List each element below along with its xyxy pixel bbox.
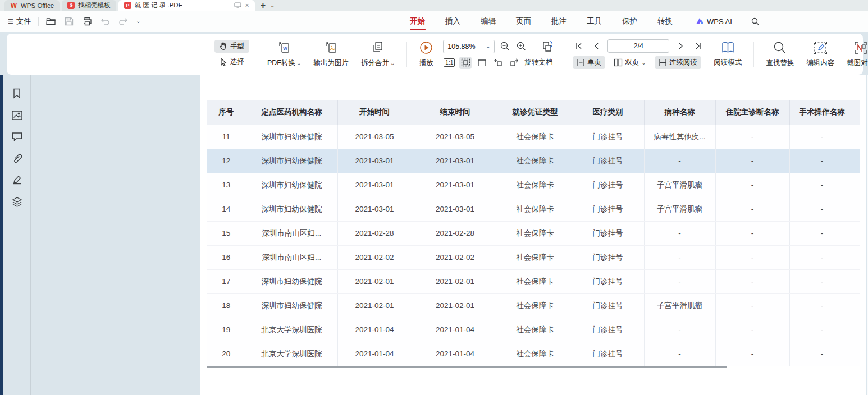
column-header: 就诊凭证类型	[499, 100, 572, 125]
present-monitor-icon[interactable]	[234, 2, 241, 8]
cell: 2021-02-28	[337, 221, 412, 245]
cell: -	[715, 269, 789, 293]
tab-list-chevron-icon[interactable]: ⌄	[270, 3, 275, 8]
cell: 17	[207, 269, 246, 293]
single-page-button[interactable]: 单页	[573, 56, 605, 69]
export-as-image-button[interactable]: 输出为图片	[307, 40, 355, 68]
column-header: 医疗类别	[572, 100, 644, 125]
edit-content-button[interactable]: 编辑内容	[800, 40, 840, 68]
find-replace-button[interactable]: 查找替换	[760, 40, 800, 68]
comments-panel-icon[interactable]	[11, 131, 23, 142]
chevron-down-icon: ⌄	[641, 60, 646, 66]
select-tool-button[interactable]: 选择	[214, 56, 249, 68]
chevron-down-icon: ⌄	[296, 61, 301, 66]
wps-ai-button[interactable]: WPS AI	[695, 17, 732, 26]
cell: 门诊挂号	[572, 293, 644, 318]
cell: -	[789, 197, 855, 221]
first-page-button[interactable]	[573, 40, 585, 52]
menu-tab-insert[interactable]: 插入	[444, 11, 462, 31]
zoom-in-button[interactable]	[515, 40, 527, 53]
play-label: 播放	[419, 58, 433, 68]
table-header-row: 序号定点医药机构名称开始时间结束时间就诊凭证类型医疗类别病种名称住院主诊断名称手…	[207, 100, 860, 125]
menu-tab-tools[interactable]: 工具	[586, 11, 603, 31]
print-icon[interactable]	[82, 16, 93, 27]
medical-records-table: 序号定点医药机构名称开始时间结束时间就诊凭证类型医疗类别病种名称住院主诊断名称手…	[207, 100, 860, 366]
zoom-out-button[interactable]	[499, 40, 511, 53]
double-page-label: 双页	[625, 58, 639, 67]
cell: 社会保障卡	[499, 342, 572, 366]
zoom-level-select[interactable]: 105.88% ⌄	[443, 40, 495, 53]
cell: -	[715, 245, 789, 269]
table-row: 18深圳市妇幼保健院2021-02-012021-02-01社会保障卡门诊挂号子…	[207, 293, 860, 318]
menu-search-icon[interactable]	[750, 16, 761, 27]
cell: 社会保障卡	[499, 245, 572, 269]
cell: 门诊挂号	[572, 269, 644, 293]
cell: -	[789, 293, 855, 318]
cell: 北京大学深圳医院	[246, 318, 337, 342]
continuous-reading-label: 连续阅读	[669, 58, 697, 67]
cell: 2021-03-01	[337, 197, 412, 221]
bookmarks-panel-icon[interactable]	[11, 88, 22, 99]
svg-text:W: W	[283, 46, 287, 51]
rotate-right-button[interactable]	[508, 57, 520, 69]
redo-icon[interactable]	[118, 16, 129, 27]
screenshot-compare-button[interactable]: 截图对比	[840, 40, 868, 68]
cell	[855, 342, 860, 366]
continuous-reading-button[interactable]: 连续阅读	[655, 56, 701, 69]
cell: 社会保障卡	[499, 269, 572, 293]
fit-width-button[interactable]	[459, 57, 472, 69]
chevron-down-icon: ⌄	[390, 61, 395, 66]
pdf-page[interactable]: 序号定点医药机构名称开始时间结束时间就诊凭证类型医疗类别病种名称住院主诊断名称手…	[200, 75, 866, 395]
cell	[855, 269, 860, 293]
hand-tool-button[interactable]: 手型	[214, 40, 249, 53]
attachments-panel-icon[interactable]	[11, 153, 23, 164]
signature-panel-icon[interactable]	[11, 174, 23, 186]
cell: 门诊挂号	[572, 342, 644, 366]
split-merge-button[interactable]: 拆分合并⌄	[355, 40, 401, 68]
menu-tab-protect[interactable]: 保护	[621, 11, 638, 31]
menu-tab-edit[interactable]: 编辑	[479, 11, 497, 31]
tab-docer-templates[interactable]: ϑ 找稻壳模板	[62, 0, 116, 11]
cell: 2021-03-01	[412, 197, 499, 221]
tab-wps-office[interactable]: W WPS Office	[4, 0, 60, 11]
undo-icon[interactable]	[100, 16, 111, 27]
save-icon[interactable]	[64, 16, 75, 27]
layers-panel-icon[interactable]	[11, 196, 23, 208]
cell: 门诊挂号	[572, 221, 644, 245]
quickbar-chevron-icon[interactable]: ⌄	[136, 19, 140, 24]
tab-pdf-document[interactable]: P 就 医 记 录 .PDF ×	[118, 0, 255, 11]
cell: 子宫平滑肌瘤	[644, 173, 715, 197]
column-header: 手术操作名称	[789, 100, 855, 125]
play-slideshow-button[interactable]: 播放	[413, 40, 440, 68]
column-header: 开始时间	[337, 100, 412, 125]
cell: 门诊挂号	[572, 125, 644, 149]
menu-tab-page[interactable]: 页面	[515, 11, 532, 31]
chevron-down-icon: ⌄	[486, 44, 490, 49]
previous-page-button[interactable]	[590, 40, 602, 52]
close-tab-icon[interactable]: ×	[245, 1, 249, 10]
cell: 2021-01-04	[412, 342, 499, 366]
menu-tab-convert[interactable]: 转换	[656, 11, 674, 31]
actual-size-button[interactable]: 1:1	[443, 57, 455, 69]
file-menu-button[interactable]: ☰ 文件	[8, 16, 31, 26]
open-folder-icon[interactable]	[46, 16, 57, 27]
pdf-convert-button[interactable]: W PDF转换⌄	[261, 40, 307, 68]
last-page-button[interactable]	[692, 40, 704, 52]
cell: -	[789, 245, 855, 269]
read-mode-button[interactable]: 阅读模式	[707, 41, 748, 67]
next-page-button[interactable]	[674, 40, 687, 52]
pdf-convert-label: PDF转换	[267, 58, 295, 68]
cell: 深圳市妇幼保健院	[246, 293, 337, 318]
cell: 病毒性其他疾...	[644, 125, 715, 149]
menu-tab-comment[interactable]: 批注	[550, 11, 568, 31]
thumbnails-panel-icon[interactable]	[11, 110, 23, 121]
export-image-label: 输出为图片	[313, 58, 349, 68]
double-page-button[interactable]: 双页 ⌄	[610, 56, 650, 69]
new-tab-icon[interactable]: +	[261, 1, 266, 10]
rotate-left-button[interactable]	[492, 57, 504, 69]
menu-tab-home[interactable]: 开始	[409, 11, 426, 31]
fit-page-button[interactable]	[476, 57, 488, 69]
page-number-input[interactable]: 2/4	[607, 39, 669, 53]
cell: -	[715, 125, 789, 149]
rotate-document-label[interactable]: 旋转文档	[524, 58, 552, 67]
